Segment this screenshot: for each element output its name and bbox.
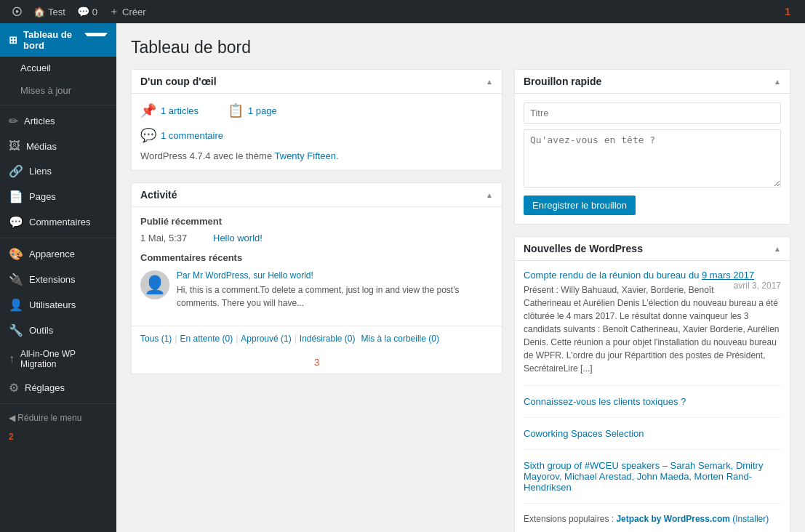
comment-text: Hi, this is a comment.To delete a commen… [177,283,493,310]
widget-quick-draft-header: Brouillon rapide [515,70,790,94]
allinone-icon: ↑ [9,352,15,366]
commentaires-label: Commentaires [29,217,91,227]
comment-avatar: 👤 [140,270,169,299]
news-popular: Extensions populaires : Jetpack by WordP… [524,514,781,524]
articles-label: Articles [24,116,55,126]
dashboard-grid: D'un coup d'œil 📌 1 articles 📋 1 page [131,69,790,532]
admin-bar: ☉ 🏠 Test 💬 0 ＋ Créer 1 [0,0,805,23]
quick-draft-content[interactable] [524,129,781,188]
mises-a-jour-label: Mises à jour [20,85,71,96]
reduce-label: Réduire le menu [17,413,81,423]
comment-filters: Tous (1) | En attente (0) | Approuvé (1)… [132,326,502,351]
right-column: Brouillon rapide Enregistrer le brouillo… [514,69,790,532]
sidebar-item-accueil[interactable]: Accueil [0,57,116,79]
widget-wp-news: Nouvelles de WordPress Compte rendu de l… [514,236,790,532]
sidebar-reduce[interactable]: ◀ Réduire le menu [0,407,116,429]
sep3: | [295,334,297,344]
comment-item: 👤 Par Mr WordPress, sur Hello world! Hi,… [140,270,493,310]
comment-icon: 💬 [77,6,89,17]
at-glance-collapse[interactable] [486,78,493,86]
filter-indesirable[interactable]: Indésirable (0) [300,334,356,344]
widget-activity-header: Activité [132,183,502,207]
outils-label: Outils [29,325,53,336]
footer-text: WordPress 4.7.4 avec le thème [140,150,275,161]
utilisateurs-icon: 👤 [9,298,23,312]
apparence-label: Apparence [29,249,75,259]
widget-wp-news-header: Nouvelles de WordPress [515,237,790,261]
footer-end: . [336,150,339,161]
popular-action[interactable]: (Installer) [732,514,769,524]
sidebar-item-medias[interactable]: 🖼 Médias [0,134,116,158]
news-link-1[interactable]: Connaissez-vous les clients toxiques ? [524,396,686,407]
filter-approuve[interactable]: Approuvé (1) [241,334,291,344]
sidebar-item-liens[interactable]: 🔗 Liens [0,158,116,184]
comment-stat-icon: 💬 [140,127,156,143]
comment-stat-link[interactable]: 1 commentaire [161,130,223,141]
activity-post-link[interactable]: Hello world! [213,233,263,243]
quick-draft-title-input[interactable] [524,102,781,124]
sidebar-item-mises-a-jour[interactable]: Mises à jour [0,79,116,102]
popular-link[interactable]: Jetpack by WordPress.com [616,514,730,524]
sidebar-dashboard[interactable]: ⊞ Tableau de bord [0,23,116,57]
reduce-icon: ◀ [9,413,15,423]
theme-link[interactable]: Twenty Fifteen [275,150,337,161]
articles-stat-link[interactable]: 1 articles [161,105,199,116]
sidebar-item-commentaires[interactable]: 💬 Commentaires [0,209,116,235]
adminbar-wp-logo[interactable]: ☉ [6,0,28,23]
avatar-placeholder: 👤 [144,275,166,295]
quick-draft-body: Enregistrer le brouillon [515,94,790,224]
activity-chevron [486,191,493,199]
activity-collapse[interactable] [486,191,493,199]
comment-meta: Par Mr WordPress, sur Hello world! [177,270,493,281]
news-date-0: avril 3, 2017 [734,281,781,291]
pages-stat-link[interactable]: 1 page [248,105,277,116]
save-draft-button[interactable]: Enregistrer le brouillon [524,196,636,215]
filter-corbeille[interactable]: Mis à la corbeille (0) [361,334,439,344]
sidebar-item-outils[interactable]: 🔧 Outils [0,318,116,343]
pagination-label: 3 [314,357,319,368]
sidebar-item-allinone[interactable]: ↑ All-in-One WP Migration [0,343,116,375]
sep1: | [175,334,177,344]
wp-news-collapse[interactable] [774,245,781,253]
articles-stat-icon: 📌 [140,102,156,118]
news-link-0[interactable]: Compte rendu de la réunion du bureau du … [524,270,754,281]
sidebar-item-reglages[interactable]: ⚙ Réglages [0,375,116,400]
quick-draft-chevron [774,78,781,86]
sidebar-item-extensions[interactable]: 🔌 Extensions [0,267,116,292]
filter-tous[interactable]: Tous (1) [140,334,172,344]
news-link-3[interactable]: Sixth group of #WCEU speakers – Sarah Se… [524,460,763,493]
create-label: Créer [122,7,146,17]
wp-news-chevron [774,245,781,253]
comment-meta-link[interactable]: Par Mr WordPress, sur Hello world! [177,270,313,281]
dashboard-label: Tableau de bord [23,29,79,51]
pages-icon: 📄 [9,190,23,203]
site-name-label: Test [48,7,65,17]
stat-articles: 📌 1 articles [140,102,199,118]
at-glance-stats: 📌 1 articles 📋 1 page [140,102,493,118]
sidebar-item-pages[interactable]: 📄 Pages [0,184,116,209]
sidebar-item-utilisateurs[interactable]: 👤 Utilisateurs [0,292,116,318]
quick-draft-collapse[interactable] [774,78,781,86]
adminbar-create[interactable]: ＋ Créer [103,0,152,23]
filter-attente[interactable]: En attente (0) [180,334,233,344]
adminbar-comments[interactable]: 💬 0 [71,0,103,23]
adminbar-notification: 1 [785,6,799,17]
wp-news-title: Nouvelles de WordPress [524,243,643,254]
activity-title: Activité [140,189,177,201]
adminbar-site-name[interactable]: 🏠 Test [28,0,71,23]
sidebar-badge: 2 [0,432,116,442]
main-content: Tableau de bord D'un coup d'œil 📌 1 arti… [116,23,805,532]
sidebar-item-apparence[interactable]: 🎨 Apparence [0,241,116,267]
accueil-label: Accueil [20,63,51,73]
allinone-label: All-in-One WP Migration [20,349,108,369]
comment-content: Par Mr WordPress, sur Hello world! Hi, t… [177,270,493,310]
news-item-0-header: Compte rendu de la réunion du bureau du … [524,270,781,281]
extensions-label: Extensions [29,274,76,285]
plus-icon: ＋ [109,5,119,18]
news-item-3: Sixth group of #WCEU speakers – Sarah Se… [524,460,781,504]
sidebar-item-articles[interactable]: ✏ Articles [0,108,116,134]
articles-icon: ✏ [9,114,18,128]
extensions-icon: 🔌 [9,273,23,286]
news-link-2[interactable]: Coworking Spaces Selection [524,428,644,439]
comments-title: Commentaires récents [140,252,493,263]
